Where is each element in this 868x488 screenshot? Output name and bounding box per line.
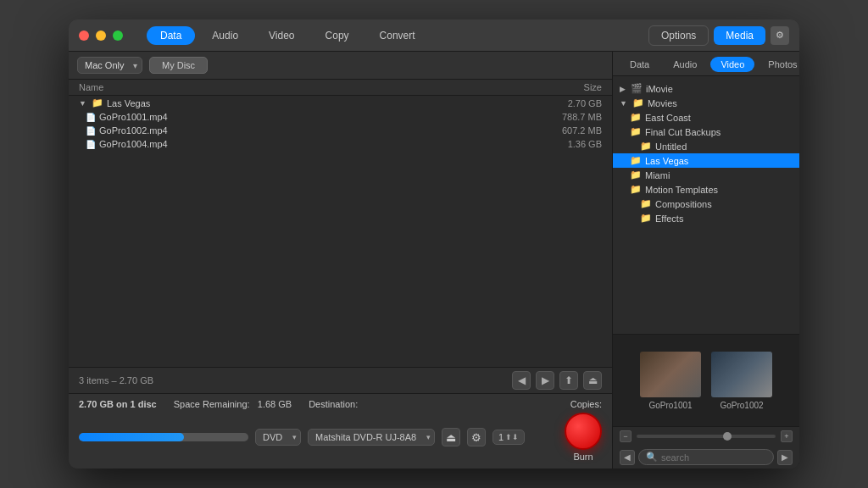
folder-icon: 📁 — [92, 97, 103, 108]
folder-icon: 📁 — [640, 213, 652, 224]
left-panel: Mac Only My Disc Name Size ▼ 📁 Las Vegas — [69, 52, 613, 469]
titlebar: Data Audio Video Copy Convert Options Me… — [69, 19, 799, 52]
eject-icon: ⏏ — [588, 374, 598, 386]
thumbnail-image-1 — [640, 352, 701, 397]
tree-node-label: Compositions — [655, 199, 712, 209]
right-tab-audio[interactable]: Audio — [663, 57, 707, 72]
expand-triangle: ▼ — [79, 99, 86, 108]
nav-back-button[interactable]: ◀ — [512, 371, 531, 390]
disc-label: My Disc — [149, 57, 208, 74]
copies-value: 1 — [498, 432, 504, 442]
progress-fill — [79, 433, 184, 441]
tab-convert[interactable]: Convert — [366, 26, 429, 45]
progress-bar — [79, 433, 248, 441]
destination-select[interactable]: Matshita DVD-R UJ-8A8 — [308, 429, 435, 446]
right-tree[interactable]: ▶ 🎬 iMovie ▼ 📁 Movies 📁 East Coast � — [613, 76, 799, 334]
slider-increase-button[interactable]: + — [781, 430, 793, 442]
tab-audio[interactable]: Audio — [198, 26, 252, 45]
tab-video[interactable]: Video — [255, 26, 308, 45]
thumbnail-item-2[interactable]: GoPro1002 — [711, 352, 772, 410]
tree-node-movies[interactable]: ▼ 📁 Movies — [613, 96, 799, 110]
burn-bar-bottom: DVD Matshita DVD-R UJ-8A8 ⏏ ⚙ — [79, 413, 602, 462]
tree-node-effects[interactable]: 📁 Effects — [613, 211, 799, 225]
eject-drive-button[interactable]: ⏏ — [442, 428, 460, 446]
tree-node-untitled[interactable]: 📁 Untitled — [613, 139, 799, 153]
folder-icon: 📁 — [640, 141, 652, 152]
file-size: 788.7 MB — [562, 112, 602, 122]
list-item[interactable]: 📄 GoPro1001.mp4 788.7 MB — [69, 110, 612, 124]
tree-node-compositions[interactable]: 📁 Compositions — [613, 197, 799, 211]
nav-forward-button[interactable]: ▶ — [536, 371, 554, 390]
right-tab-video[interactable]: Video — [710, 57, 754, 72]
tree-node-motion-templates[interactable]: 📁 Motion Templates — [613, 182, 799, 197]
left-toolbar: Mac Only My Disc — [69, 52, 612, 80]
slider-decrease-button[interactable]: − — [620, 430, 632, 442]
tab-copy[interactable]: Copy — [312, 26, 363, 45]
folder-icon: 📁 — [630, 155, 642, 166]
media-nav-back-button[interactable]: ◀ — [620, 450, 635, 465]
tree-node-miami[interactable]: 📁 Miami — [613, 168, 799, 182]
status-bar: 3 items – 2.70 GB ◀ ▶ ⬆ ⏏ — [69, 367, 612, 393]
tree-node-label: Las Vegas — [645, 156, 688, 166]
tree-node-label: Motion Templates — [645, 185, 718, 195]
folder-icon: 📁 — [630, 126, 642, 137]
file-size: 607.2 MB — [562, 125, 602, 136]
close-button[interactable] — [79, 30, 89, 41]
tree-node-label: East Coast — [645, 113, 691, 123]
right-tabs: Data Audio Video Photos — [613, 52, 799, 76]
tab-data[interactable]: Data — [147, 26, 195, 45]
settings-icon-button[interactable]: ⚙ — [771, 26, 789, 45]
tree-node-label: Untitled — [655, 141, 687, 152]
right-tab-photos[interactable]: Photos — [758, 57, 799, 72]
tree-node-las-vegas[interactable]: 📁 Las Vegas — [613, 153, 799, 168]
thumbnail-item-1[interactable]: GoPro1001 — [640, 352, 701, 410]
thumbnail-image-2 — [711, 352, 772, 397]
gear-settings-button[interactable]: ⚙ — [467, 428, 486, 446]
folder-icon: 📁 — [630, 184, 642, 195]
right-tab-data[interactable]: Data — [620, 57, 659, 72]
column-size-header: Size — [584, 82, 602, 92]
tree-node-imovie[interactable]: ▶ 🎬 iMovie — [613, 81, 799, 96]
space-remaining: Space Remaining: 1.68 GB — [174, 399, 292, 409]
folder-name: Las Vegas — [107, 98, 150, 108]
slider-thumb — [723, 432, 732, 441]
tree-node-final-cut[interactable]: 📁 Final Cut Backups — [613, 125, 799, 139]
eject-button[interactable]: ⏏ — [583, 371, 602, 390]
disc-info: 2.70 GB on 1 disc — [79, 399, 157, 409]
file-list[interactable]: ▼ 📁 Las Vegas 2.70 GB 📄 GoPro1001.mp4 78… — [69, 96, 612, 367]
file-name: GoPro1002.mp4 — [99, 125, 168, 136]
space-remaining-value: 1.68 GB — [258, 399, 292, 409]
expand-icon: ▶ — [620, 85, 626, 93]
add-files-button[interactable]: ⬆ — [559, 371, 578, 390]
app-icon: 🎬 — [631, 83, 643, 94]
media-nav-forward-button[interactable]: ▶ — [777, 450, 793, 465]
copies-stepper[interactable]: 1 ⬆⬇ — [492, 430, 525, 445]
search-input[interactable] — [661, 452, 766, 463]
settings-icon: ⚙ — [776, 30, 784, 41]
file-icon: 📄 — [86, 140, 96, 149]
tree-node-label: Effects — [655, 214, 683, 224]
right-panel: Data Audio Video Photos ▶ 🎬 iMovie ▼ 📁 M… — [613, 52, 799, 469]
burn-button[interactable] — [565, 413, 602, 450]
media-button[interactable]: Media — [714, 26, 765, 45]
search-area: ◀ 🔍 ▶ — [613, 446, 799, 469]
slider-area: − + — [613, 427, 799, 446]
tree-node-label: Miami — [645, 170, 670, 180]
maximize-button[interactable] — [113, 30, 123, 41]
list-item[interactable]: ▼ 📁 Las Vegas 2.70 GB — [69, 96, 612, 110]
thumbnail-size-slider[interactable] — [637, 435, 776, 438]
format-select[interactable]: DVD — [255, 429, 301, 446]
list-item[interactable]: 📄 GoPro1004.mp4 1.36 GB — [69, 137, 612, 151]
search-icon: 🔍 — [646, 452, 658, 463]
space-remaining-label: Space Remaining: — [174, 399, 250, 409]
file-list-header: Name Size — [69, 80, 612, 96]
stepper-arrows: ⬆⬇ — [505, 433, 519, 441]
burn-label: Burn — [573, 452, 593, 462]
list-item[interactable]: 📄 GoPro1002.mp4 607.2 MB — [69, 124, 612, 137]
options-button[interactable]: Options — [648, 25, 709, 46]
titlebar-right: Options Media ⚙ — [648, 25, 789, 46]
mac-only-select[interactable]: Mac Only — [77, 57, 142, 74]
tree-node-east-coast[interactable]: 📁 East Coast — [613, 110, 799, 125]
expand-icon: ▼ — [620, 99, 627, 108]
minimize-button[interactable] — [96, 30, 106, 41]
